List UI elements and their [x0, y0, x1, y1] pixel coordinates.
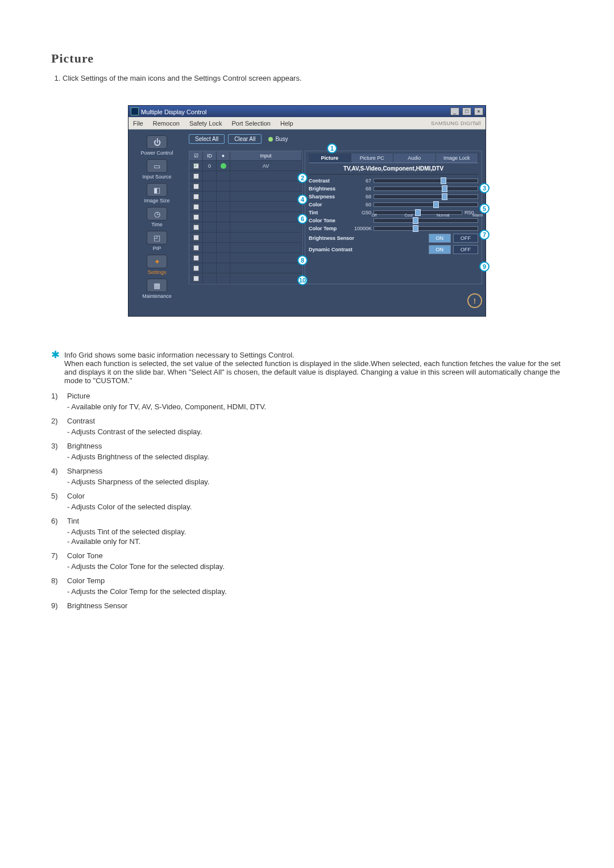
- colortemp-val: 10000K: [354, 226, 374, 231]
- grid-h-id: ID: [203, 151, 217, 161]
- sidebar-icon: ◰: [147, 231, 167, 244]
- row-checkbox[interactable]: [193, 225, 199, 230]
- slider-handle-icon[interactable]: [415, 209, 421, 216]
- callout-5: 5: [479, 203, 489, 214]
- tab-audio[interactable]: Audio: [393, 153, 436, 163]
- table-row[interactable]: [189, 202, 302, 212]
- toggle-off-button[interactable]: OFF: [453, 234, 478, 243]
- table-row[interactable]: [189, 232, 302, 243]
- color-label: Color: [309, 202, 354, 207]
- list-item-heading: Brightness: [67, 442, 209, 450]
- row-checkbox[interactable]: [193, 173, 199, 179]
- table-row[interactable]: [189, 273, 302, 284]
- callout-4: 4: [297, 194, 308, 205]
- table-row[interactable]: [189, 192, 302, 202]
- table-row[interactable]: [189, 212, 302, 222]
- row-checkbox[interactable]: [193, 235, 199, 240]
- colortemp-label: Color Temp: [309, 226, 354, 231]
- row-checkbox[interactable]: [193, 276, 199, 281]
- colortone-notch: Warm: [472, 213, 483, 217]
- sidebar-item-label: Power Control: [140, 150, 173, 156]
- slider-handle-icon[interactable]: [442, 193, 447, 200]
- sidebar-item-pip[interactable]: ◰PIP: [147, 231, 167, 251]
- row-checkbox[interactable]: [193, 163, 199, 169]
- list-item-number: 7): [51, 551, 61, 571]
- list-item-number: 1): [51, 392, 61, 411]
- slider-handle-icon[interactable]: [413, 225, 418, 232]
- sidebar-item-maintenance[interactable]: ▦Maintenance: [142, 279, 172, 299]
- grid-header: ☑ ID ● Input: [189, 151, 302, 161]
- tab-picture[interactable]: Picture: [309, 153, 351, 163]
- list-item: 9)Brightness Sensor: [51, 601, 563, 612]
- menu-remocon[interactable]: Remocon: [153, 120, 180, 127]
- row-input: [230, 202, 302, 212]
- list-item: 6)Tint- Adjusts Tint of the selected dis…: [51, 517, 563, 546]
- sidebar-item-label: Image Size: [144, 198, 169, 203]
- slider-handle-icon[interactable]: [433, 201, 439, 208]
- table-row[interactable]: [189, 263, 302, 273]
- list-item-desc: - Adjusts the Color Temp for the selecte…: [67, 587, 227, 596]
- toggle-on-button[interactable]: ON: [429, 245, 451, 254]
- table-row[interactable]: [189, 171, 302, 181]
- list-item-desc: - Adjusts Sharpness of the selected disp…: [67, 477, 210, 486]
- close-icon[interactable]: ×: [474, 107, 483, 115]
- list-item-desc: - Available only for NT.: [67, 537, 186, 546]
- colortemp-row: Color Temp 10000K: [309, 225, 478, 232]
- table-row[interactable]: 0AV: [189, 161, 302, 171]
- select-all-button[interactable]: Select All: [189, 134, 225, 144]
- window-controls: _ □ ×: [449, 107, 483, 115]
- brightness-label: Brightness: [309, 186, 354, 192]
- busy-label: Busy: [275, 136, 288, 142]
- table-row[interactable]: [189, 181, 302, 192]
- sidebar-item-input-source[interactable]: ▭Input Source: [142, 159, 171, 180]
- sidebar-item-settings[interactable]: ✦Settings: [147, 255, 167, 275]
- table-row[interactable]: [189, 243, 302, 253]
- slider-handle-icon[interactable]: [413, 217, 418, 224]
- toggle-on-button[interactable]: ON: [429, 234, 451, 243]
- menu-file[interactable]: File: [133, 120, 143, 127]
- row-input: [230, 181, 302, 192]
- row-id: [203, 212, 217, 222]
- row-input: [230, 212, 302, 222]
- tab-image-lock[interactable]: Image Lock: [436, 153, 479, 163]
- app-window: Multiple Display Control _ □ × File Remo…: [128, 105, 486, 317]
- star-icon: ✱: [51, 351, 60, 385]
- row-id: 0: [203, 161, 217, 171]
- row-checkbox[interactable]: [193, 184, 199, 189]
- sidebar-item-power-control[interactable]: ⏻Power Control: [140, 135, 173, 156]
- colortone-slider[interactable]: OffCoolNormalWarm: [374, 218, 478, 223]
- row-checkbox[interactable]: [193, 214, 199, 220]
- sidebar-item-time[interactable]: ◷Time: [147, 207, 167, 227]
- brightness-value: 68: [354, 186, 374, 192]
- slider-handle-icon[interactable]: [442, 185, 447, 192]
- list-item-desc: - Adjusts Contrast of the selected displ…: [67, 427, 202, 436]
- row-checkbox[interactable]: [193, 245, 199, 251]
- row-id: [203, 171, 217, 181]
- row-checkbox[interactable]: [193, 255, 199, 261]
- sharpness-slider[interactable]: [374, 194, 478, 199]
- slider-handle-icon[interactable]: [441, 177, 446, 184]
- table-row[interactable]: [189, 253, 302, 263]
- clear-all-button[interactable]: Clear All: [228, 134, 262, 144]
- grid-h-status: ●: [217, 151, 230, 161]
- toggle-off-button[interactable]: OFF: [453, 245, 478, 254]
- list-item-number: 5): [51, 492, 61, 511]
- intro-item: Click Settings of the main icons and the…: [63, 74, 563, 82]
- row-checkbox[interactable]: [193, 204, 199, 210]
- menu-port-selection[interactable]: Port Selection: [231, 120, 270, 127]
- menu-help[interactable]: Help: [280, 120, 293, 127]
- contrast-slider[interactable]: [374, 178, 478, 183]
- brightness-slider[interactable]: [374, 186, 478, 191]
- maximize-icon[interactable]: □: [462, 107, 471, 115]
- tab-picture-pc[interactable]: Picture PC: [351, 153, 394, 163]
- colortemp-slider[interactable]: [374, 226, 478, 231]
- row-checkbox[interactable]: [193, 265, 199, 271]
- row-checkbox[interactable]: [193, 194, 199, 200]
- sidebar-item-image-size[interactable]: ◧Image Size: [144, 183, 169, 203]
- sidebar-item-label: Settings: [147, 269, 167, 275]
- color-slider[interactable]: [374, 202, 478, 207]
- menu-safety-lock[interactable]: Safety Lock: [189, 120, 222, 127]
- table-row[interactable]: [189, 222, 302, 232]
- list-item-number: 6): [51, 517, 61, 546]
- minimize-icon[interactable]: _: [450, 107, 459, 115]
